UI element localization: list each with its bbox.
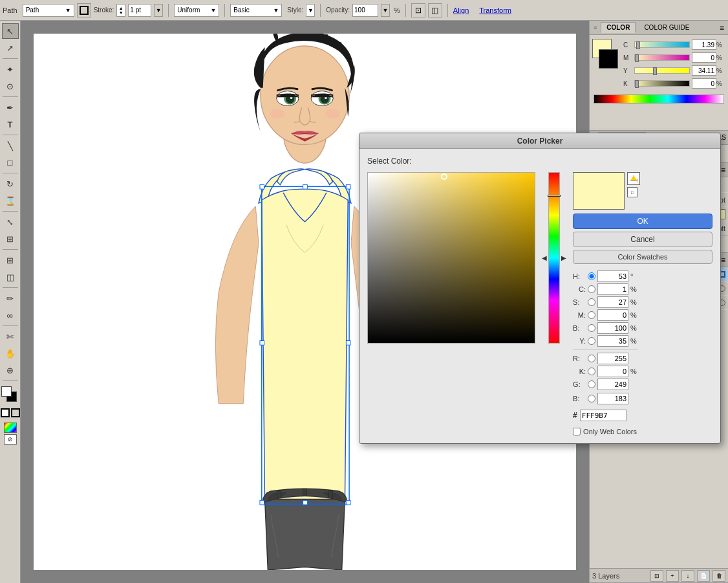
- stroke-type-selector[interactable]: Uniform ▼: [174, 4, 219, 17]
- only-web-label: Only Web Colors: [583, 428, 637, 435]
- color-guide-tab[interactable]: COLOR GUIDE: [638, 22, 695, 33]
- s-input[interactable]: [597, 296, 628, 308]
- align-link[interactable]: Align: [453, 6, 469, 14]
- pen-tool[interactable]: ✒: [2, 100, 19, 115]
- k-slider[interactable]: [634, 80, 690, 87]
- hue-arrow-left[interactable]: ◀: [542, 254, 547, 261]
- ok-button[interactable]: OK: [573, 214, 712, 229]
- color-tab[interactable]: COLOR: [601, 22, 636, 33]
- hand-tool[interactable]: ✋: [2, 346, 19, 361]
- g-input[interactable]: [597, 379, 628, 390]
- gamut-warning-icon[interactable]: !: [627, 172, 640, 185]
- c-unit: %: [716, 41, 725, 49]
- lasso-tool[interactable]: ⊙: [2, 78, 19, 94]
- eyedropper-tool[interactable]: ✏: [2, 291, 19, 306]
- stroke-weight-arrow-btn[interactable]: ▼: [154, 4, 163, 17]
- color-preview-swatch[interactable]: [573, 172, 625, 210]
- delete-layer-btn[interactable]: 🗑: [712, 570, 725, 582]
- foreground-color-swatch[interactable]: [1, 386, 12, 397]
- web-safe-icon[interactable]: □: [627, 187, 637, 197]
- m-radio[interactable]: [588, 311, 595, 319]
- y-input[interactable]: [692, 65, 716, 76]
- y-slider[interactable]: [634, 67, 690, 74]
- stroke-weight-arrows[interactable]: ▲ ▼: [116, 4, 125, 17]
- rotate-tool[interactable]: ↻: [2, 176, 19, 192]
- make-clipping-mask-btn[interactable]: ⊡: [650, 570, 663, 582]
- c-radio[interactable]: [588, 285, 595, 293]
- g-radio[interactable]: [588, 380, 595, 388]
- line-tool[interactable]: ╲: [2, 138, 19, 153]
- h-radio[interactable]: [588, 272, 595, 280]
- rect-tool[interactable]: □: [2, 155, 19, 170]
- h-input[interactable]: [597, 270, 628, 282]
- zoom-tool[interactable]: ⊕: [2, 362, 19, 378]
- picker-icons: ! □: [627, 172, 640, 197]
- y-radio[interactable]: [588, 337, 595, 345]
- color-panel-header: ≡ COLOR COLOR GUIDE ≡: [590, 21, 728, 35]
- r-radio[interactable]: [588, 355, 595, 362]
- r-input[interactable]: [597, 353, 628, 364]
- layers-bottom-bar: 3 Layers ⊡ + ↓ 📄 🗑: [590, 568, 728, 582]
- mesh-tool[interactable]: ⊞: [2, 252, 19, 268]
- create-sublayer-btn[interactable]: +: [666, 570, 679, 582]
- selection-tool[interactable]: ↖: [2, 23, 19, 39]
- transform-link[interactable]: Transform: [479, 6, 511, 14]
- scale-tool[interactable]: ⤡: [2, 214, 19, 230]
- c-slider[interactable]: [634, 41, 690, 48]
- stroke-box[interactable]: [11, 408, 20, 417]
- c-input[interactable]: [692, 39, 716, 50]
- color-swatch-bg[interactable]: [599, 49, 618, 69]
- none-btn[interactable]: ⊘: [4, 434, 17, 445]
- k-unit: %: [716, 80, 725, 87]
- appearance-panel-menu[interactable]: ≡: [721, 166, 725, 175]
- layers-panel-menu[interactable]: ≡: [721, 256, 725, 265]
- blend-tool[interactable]: ∞: [2, 307, 19, 323]
- hex-input[interactable]: [580, 410, 626, 421]
- color-panel-menu[interactable]: ≡: [720, 23, 724, 32]
- direct-selection-tool[interactable]: ↗: [2, 40, 19, 56]
- m-input[interactable]: [692, 52, 716, 63]
- only-web-checkbox[interactable]: [573, 428, 581, 435]
- y-picker-input[interactable]: [597, 335, 628, 347]
- fill-box[interactable]: [1, 408, 10, 417]
- color-swatches-button[interactable]: Color Swatches: [573, 250, 712, 264]
- color-mode-btn[interactable]: [4, 423, 17, 433]
- opacity-input[interactable]: 100: [352, 4, 378, 17]
- hue-arrow-right[interactable]: ▶: [561, 254, 566, 261]
- graph-tool[interactable]: ⊞: [2, 231, 19, 247]
- b-input[interactable]: [597, 322, 628, 334]
- color-panel-content: C % M % Y: [590, 35, 728, 92]
- b2-radio[interactable]: [588, 395, 595, 402]
- move-to-layer-btn[interactable]: ↓: [681, 570, 694, 582]
- type-tool[interactable]: T: [2, 116, 19, 132]
- stroke-option-btn[interactable]: ⊡: [411, 3, 425, 17]
- k-input[interactable]: [692, 78, 716, 89]
- m-slider[interactable]: [634, 54, 690, 61]
- warp-tool[interactable]: ⌛: [2, 193, 19, 208]
- object-type-selector[interactable]: Path ▼: [23, 4, 74, 17]
- b2-input[interactable]: [597, 393, 628, 404]
- cancel-button[interactable]: Cancel: [573, 232, 712, 247]
- opacity-percent: %: [394, 6, 400, 14]
- gradient-picker[interactable]: [367, 172, 535, 344]
- stroke-weight-input[interactable]: 1 pt: [128, 4, 151, 17]
- b-radio[interactable]: [588, 324, 595, 332]
- k-picker-input[interactable]: [597, 366, 628, 377]
- k-radio[interactable]: [588, 368, 595, 375]
- c-picker-input[interactable]: [597, 283, 628, 295]
- opacity-dropdown-btn[interactable]: ▼: [381, 4, 390, 17]
- fields-divider: [573, 349, 638, 350]
- stroke-style-selector[interactable]: Basic ▼: [230, 4, 282, 17]
- color-spectrum-bar[interactable]: [594, 94, 724, 104]
- stroke-preview-box[interactable]: [77, 3, 91, 17]
- appearance-btn[interactable]: ◫: [428, 3, 442, 17]
- create-layer-btn[interactable]: 📄: [697, 570, 710, 582]
- gradient-tool[interactable]: ◫: [2, 269, 19, 285]
- hue-bar[interactable]: [548, 172, 560, 344]
- scissors-tool[interactable]: ✄: [2, 329, 19, 344]
- s-radio[interactable]: [588, 298, 595, 306]
- magic-wand-tool[interactable]: ✦: [2, 61, 19, 77]
- m-picker-input[interactable]: [597, 309, 628, 321]
- svg-rect-21: [260, 500, 264, 505]
- style-dropdown[interactable]: ▼: [306, 4, 315, 17]
